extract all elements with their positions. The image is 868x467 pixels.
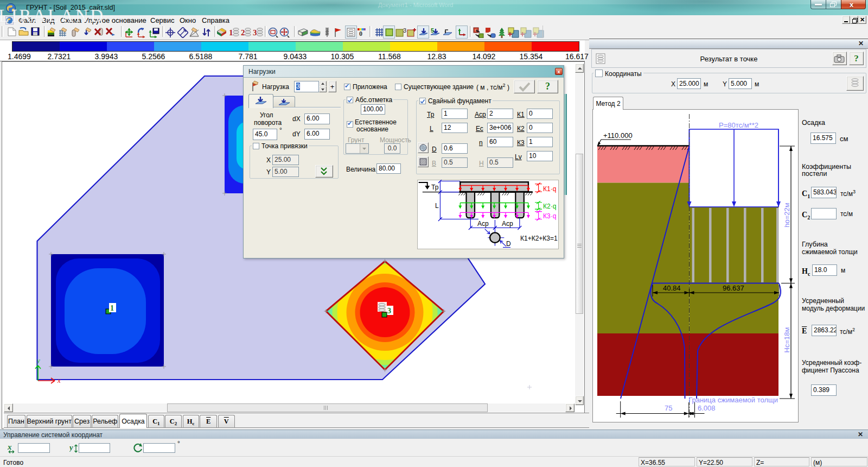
svg-text:5: 5 xyxy=(431,28,434,34)
svg-text:Тр: Тр xyxy=(431,184,439,191)
svg-text:y: y xyxy=(69,443,73,452)
svg-text:Граница сжимаемой толщи: Граница сжимаемой толщи xyxy=(688,396,778,404)
svg-text:40.84: 40.84 xyxy=(663,284,681,292)
svg-text:x: x xyxy=(57,376,61,384)
svg-text:Аср: Аср xyxy=(502,220,513,228)
svg-text:1: 1 xyxy=(110,304,114,312)
svg-text:y: y xyxy=(36,356,40,364)
svg-text:3: 3 xyxy=(387,307,391,315)
svg-text:0: 0 xyxy=(359,30,362,37)
svg-text:96.637: 96.637 xyxy=(723,284,744,292)
svg-text:3: 3 xyxy=(403,27,406,34)
svg-text:L: L xyxy=(435,202,439,210)
svg-text:ho=22м: ho=22м xyxy=(783,203,791,228)
svg-text:D: D xyxy=(506,240,511,248)
svg-text:1: 1 xyxy=(229,28,233,37)
svg-text:P=80тс/м**2: P=80тс/м**2 xyxy=(719,121,758,129)
svg-text:+110.000: +110.000 xyxy=(603,131,633,140)
svg-text:x: x xyxy=(8,443,12,451)
svg-text:Аср: Аср xyxy=(477,220,489,228)
svg-text:75: 75 xyxy=(665,404,672,412)
svg-text:2: 2 xyxy=(241,28,245,37)
svg-text:6.008: 6.008 xyxy=(698,404,716,412)
svg-text:К2·q: К2·q xyxy=(543,203,556,210)
svg-text:Hc=18м: Hc=18м xyxy=(783,327,791,353)
svg-text:3: 3 xyxy=(253,28,257,37)
svg-text:К1+К2+К3=1: К1+К2+К3=1 xyxy=(520,235,558,242)
svg-text:К3·q: К3·q xyxy=(543,212,556,220)
svg-text:К1·q: К1·q xyxy=(543,185,556,193)
